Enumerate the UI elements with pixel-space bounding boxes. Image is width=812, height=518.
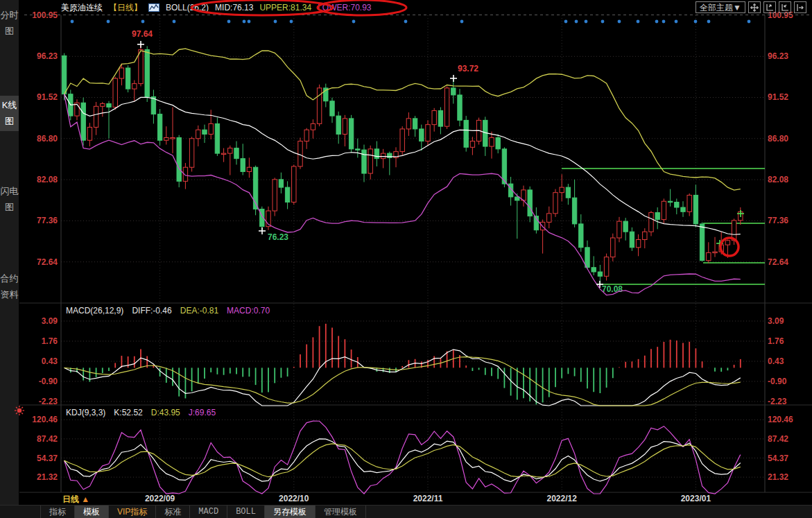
boll-lower-value: LOWER:70.93: [318, 3, 371, 12]
tab-管理模板[interactable]: 管理模板: [315, 506, 366, 518]
boll-params-label: BOLL(26,2): [166, 3, 209, 12]
y-axis-label-right: 21.32: [768, 472, 788, 482]
crosshair-button[interactable]: [748, 1, 761, 13]
macd-params-label: MACD(26,12,9): [66, 306, 123, 316]
x-axis-date-label: 2022/10: [269, 494, 319, 503]
chart-icon[interactable]: [148, 3, 159, 12]
chart-window: 分时图K线图闪电图合约资料 美原油连续 【日线】 BOLL(26,2) MID:…: [0, 0, 812, 518]
tab-VIP指标[interactable]: VIP指标: [108, 506, 155, 518]
extreme-price-label: 93.72: [458, 64, 478, 74]
chart-header: 美原油连续 【日线】 BOLL(26,2) MID:76.13 UPPER:81…: [61, 2, 372, 13]
y-axis-label-left: -2.23: [21, 397, 58, 406]
bottom-tab-bar: 指标模板VIP指标标准MACDBOLL另存模板管理模板: [0, 505, 812, 518]
y-axis-label-right: 91.52: [768, 92, 788, 102]
indicator-settings-icon[interactable]: [14, 405, 25, 419]
y-axis-label-left: 82.08: [21, 175, 58, 184]
y-axis-label-right: 86.80: [768, 134, 788, 144]
tab-另存模板[interactable]: 另存模板: [264, 506, 315, 518]
y-axis-label-right: 82.08: [768, 175, 788, 184]
boll-mid-value: MID:76.13: [215, 3, 253, 12]
y-axis-label-right: -0.90: [768, 377, 786, 386]
kdj-header: KDJ(9,3,3) K:52.52 D:43.95 J:69.65: [66, 408, 216, 417]
y-axis-label-left: 100.95: [21, 10, 58, 20]
y-axis-label-left: -0.90: [21, 377, 58, 386]
x-axis-date-label: 2023/01: [671, 494, 720, 503]
zoom-out-button[interactable]: [779, 1, 791, 13]
y-axis-label-right: 120.46: [768, 415, 793, 424]
pan-right-button[interactable]: [794, 1, 806, 13]
y-axis-label-left: 87.42: [21, 434, 58, 444]
macd-diff-value: DIFF:-0.46: [132, 306, 171, 316]
boll-upper-value: UPPER:81.34: [259, 3, 311, 12]
macd-dea-value: DEA:-0.81: [180, 306, 218, 316]
y-axis-label-left: 120.46: [21, 415, 58, 424]
period-label-text: 日线: [62, 494, 79, 504]
kdj-j-value: J:69.65: [189, 408, 216, 417]
extreme-price-label: 76.23: [268, 232, 288, 242]
kdj-params-label: KDJ(9,3,3): [66, 408, 105, 417]
sidebar-item-闪电图[interactable]: 闪电图: [0, 182, 19, 217]
symbol-name: 美原油连续: [61, 2, 103, 14]
zoom-in-button[interactable]: [763, 1, 776, 13]
y-axis-label-left: 72.64: [21, 257, 58, 267]
y-axis-label-right: 0.43: [768, 356, 784, 366]
y-axis-label-right: -2.23: [768, 397, 786, 406]
y-axis-label-left: 3.09: [21, 316, 58, 326]
y-axis-label-right: 96.23: [768, 51, 788, 61]
tab-MACD[interactable]: MACD: [189, 506, 227, 518]
macd-value: MACD:0.70: [227, 306, 270, 316]
y-axis-label-left: 54.37: [21, 454, 58, 463]
sidebar-item-合约资料[interactable]: 合约资料: [0, 269, 19, 304]
x-axis-date-label: 2022/11: [403, 494, 453, 503]
y-axis-label-left: 1.76: [21, 336, 58, 346]
y-axis-label-right: 87.42: [768, 434, 788, 444]
kdj-k-value: K:52.52: [114, 408, 142, 417]
y-axis-label-right: 72.64: [768, 257, 788, 267]
y-axis-label-right: 3.09: [768, 316, 784, 326]
x-axis-date-label: 2022/12: [537, 494, 587, 503]
tab-标准[interactable]: 标准: [155, 506, 189, 518]
tab-模板[interactable]: 模板: [74, 506, 108, 518]
theme-dropdown-button[interactable]: 全部主题▼: [696, 1, 745, 13]
theme-dropdown-label: 全部主题▼: [700, 3, 741, 12]
period-up-arrow-icon: ▲: [81, 494, 89, 504]
period-label[interactable]: 日线 ▲: [62, 494, 89, 506]
extreme-price-label: 97.64: [132, 29, 153, 39]
y-axis-label-right: 1.76: [768, 336, 784, 346]
extreme-price-label: 70.08: [602, 284, 623, 294]
tab-指标[interactable]: 指标: [40, 506, 74, 518]
y-axis-label-right: 77.36: [768, 216, 788, 225]
y-axis-label-left: 86.80: [21, 134, 58, 144]
period-tag: 【日线】: [109, 2, 142, 14]
sidebar-item-K线图[interactable]: K线图: [0, 96, 19, 131]
y-axis-label-left: 0.43: [21, 356, 58, 366]
y-axis-label-right: 54.37: [768, 454, 788, 463]
x-axis-date-label: 2022/09: [135, 494, 185, 503]
y-axis-label-left: 96.23: [21, 51, 58, 61]
tab-BOLL[interactable]: BOLL: [227, 506, 264, 518]
y-axis-label-left: 77.36: [21, 216, 58, 225]
kdj-d-value: D:43.95: [151, 408, 180, 417]
y-axis-label-left: 21.32: [21, 472, 58, 482]
sidebar-item-分时图[interactable]: 分时图: [0, 6, 19, 41]
macd-header: MACD(26,12,9) DIFF:-0.46 DEA:-0.81 MACD:…: [66, 306, 270, 316]
y-axis-label-left: 91.52: [21, 92, 58, 102]
left-sidebar: 分时图K线图闪电图合约资料: [0, 0, 19, 505]
